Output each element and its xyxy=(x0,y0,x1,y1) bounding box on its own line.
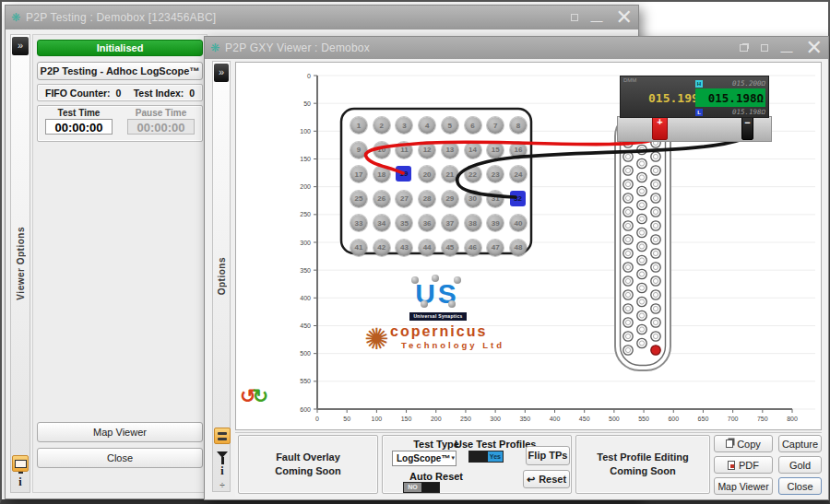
minimize-button[interactable]: — xyxy=(781,44,793,58)
grid-pin-31[interactable]: 31 xyxy=(487,191,504,207)
grid-pin-35[interactable]: 35 xyxy=(396,215,412,231)
close-panel-button[interactable]: Close xyxy=(37,448,203,468)
grid-pin-18[interactable]: 18 xyxy=(374,166,390,182)
grid-pin-16[interactable]: 16 xyxy=(510,142,527,158)
grid-pin-12[interactable]: 12 xyxy=(419,142,435,158)
info-button[interactable]: i xyxy=(12,474,29,490)
gold-button[interactable]: Gold xyxy=(778,456,822,474)
grid-pin-36[interactable]: 36 xyxy=(419,215,435,231)
profile-editing-line2: Coming Soon xyxy=(610,464,676,478)
bottom-toolbar: Fault Overlay Coming Soon Test Type LogS… xyxy=(235,432,822,497)
test-type-dropdown[interactable]: LogScope™ ▼ xyxy=(392,451,456,466)
use-profiles-label: Use Test Profiles xyxy=(455,438,527,451)
copy-icon xyxy=(726,440,733,448)
fault-overlay-line2: Coming Soon xyxy=(275,464,341,478)
p2p-testing-titlebar[interactable]: ❋ P2P Testing : Demobox [123456ABC] — ✕ xyxy=(6,6,638,29)
grid-pin-14[interactable]: 14 xyxy=(465,142,481,158)
map-viewer-button[interactable]: Map Viewer xyxy=(714,477,773,495)
rotate-view-button[interactable]: ↺↻ xyxy=(240,385,268,407)
grid-pin-3[interactable]: 3 xyxy=(396,117,412,134)
test-index-value: 0 xyxy=(189,88,195,99)
grid-pin-37[interactable]: 37 xyxy=(442,215,458,231)
minimize-button[interactable]: — xyxy=(591,14,603,28)
grid-pin-10[interactable]: 10 xyxy=(374,142,390,158)
auto-reset-toggle[interactable]: NO xyxy=(403,482,440,493)
grid-pin-4[interactable]: 4 xyxy=(419,117,435,134)
pin-icon[interactable] xyxy=(571,14,578,21)
grid-pin-26[interactable]: 26 xyxy=(374,191,390,207)
grid-pin-38[interactable]: 38 xyxy=(465,215,481,231)
use-profiles-toggle[interactable]: Yes xyxy=(468,451,504,463)
test-type-panel: Test Type LogScope™ ▼ Auto Reset NO Use … xyxy=(382,435,572,494)
grid-pin-40[interactable]: 40 xyxy=(510,215,527,231)
rotate-right-icon: ↻ xyxy=(253,385,269,406)
filter-button[interactable] xyxy=(214,446,231,463)
gxy-plot-area[interactable]: 0501001502002503003504004505005506000501… xyxy=(235,62,822,430)
grid-pin-44[interactable]: 44 xyxy=(419,240,435,256)
grid-pin-15[interactable]: 15 xyxy=(487,142,504,158)
logo-dot xyxy=(421,300,428,308)
legend-button[interactable] xyxy=(214,428,231,444)
grid-pin-32[interactable]: 32 xyxy=(510,191,526,206)
reset-button[interactable]: ↩ Reset xyxy=(523,470,570,488)
monitor-icon xyxy=(15,460,27,468)
pin-icon[interactable] xyxy=(761,44,768,52)
grid-pin-6[interactable]: 6 xyxy=(465,117,481,134)
app-icon: ❋ xyxy=(11,11,20,24)
close-window-button[interactable]: ✕ xyxy=(806,40,823,56)
map-viewer-button[interactable]: Map Viewer xyxy=(37,422,203,442)
grid-pin-19[interactable]: 19 xyxy=(396,166,411,182)
splitter-button[interactable]: ÷ xyxy=(214,476,231,493)
window-title: P2P Testing : Demobox [123456ABC] xyxy=(26,11,216,24)
grid-pin-9[interactable]: 9 xyxy=(350,142,367,158)
grid-pin-24[interactable]: 24 xyxy=(510,166,527,182)
grid-pin-42[interactable]: 42 xyxy=(374,240,390,256)
grid-pin-13[interactable]: 13 xyxy=(442,142,458,158)
grid-pin-45[interactable]: 45 xyxy=(442,240,458,256)
profile-editing-line1: Test Profile Editing xyxy=(597,451,688,464)
grid-pin-22[interactable]: 22 xyxy=(465,166,481,182)
grid-pin-39[interactable]: 39 xyxy=(487,215,504,231)
grid-pin-29[interactable]: 29 xyxy=(442,191,458,207)
grid-pin-33[interactable]: 33 xyxy=(350,215,367,231)
use-profiles-state: Yes xyxy=(488,451,503,462)
dmm-low-reading: 015.198Ω xyxy=(703,108,765,116)
close-viewer-button[interactable]: Close xyxy=(778,477,822,495)
grid-pin-7[interactable]: 7 xyxy=(487,117,504,134)
pdf-button[interactable]: PDF xyxy=(714,456,773,474)
gxy-titlebar[interactable]: ❋ P2P GXY Viewer : Demobox — ✕ xyxy=(205,37,828,59)
grid-pin-20[interactable]: 20 xyxy=(419,166,435,182)
capture-button[interactable]: Capture xyxy=(778,435,822,452)
grid-pin-46[interactable]: 46 xyxy=(465,240,481,256)
black-probe-terminal: − xyxy=(741,116,753,140)
copy-button[interactable]: Copy xyxy=(714,435,773,452)
info-icon: i xyxy=(18,475,21,489)
red-probe-terminal: + xyxy=(652,114,668,140)
flip-tps-button[interactable]: Flip TPs xyxy=(526,446,570,465)
grid-pin-8[interactable]: 8 xyxy=(510,117,527,134)
universal-synaptics-label: Universal Synaptics xyxy=(409,312,467,321)
grid-pin-2[interactable]: 2 xyxy=(374,117,390,134)
close-window-button[interactable]: ✕ xyxy=(616,9,633,26)
grid-pin-30[interactable]: 30 xyxy=(465,191,481,207)
grid-pin-1[interactable]: 1 xyxy=(350,117,367,134)
grid-pin-27[interactable]: 27 xyxy=(396,191,412,207)
grid-pin-5[interactable]: 5 xyxy=(442,117,458,134)
test-mode-button[interactable]: P2P Testing - Adhoc LogScope™ xyxy=(37,62,203,80)
grid-pin-28[interactable]: 28 xyxy=(419,191,435,207)
viewer-options-tab[interactable]: Viewer Options xyxy=(11,35,30,492)
grid-pin-47[interactable]: 47 xyxy=(487,240,504,256)
pause-time-label: Pause Time xyxy=(120,108,202,118)
grid-pin-17[interactable]: 17 xyxy=(350,166,367,182)
grid-pin-11[interactable]: 11 xyxy=(396,142,412,158)
screen-view-button[interactable] xyxy=(12,455,29,472)
filter-icon xyxy=(217,451,228,458)
grid-pin-25[interactable]: 25 xyxy=(350,191,367,207)
grid-pin-41[interactable]: 41 xyxy=(350,240,367,256)
grid-pin-43[interactable]: 43 xyxy=(396,240,412,256)
grid-pin-48[interactable]: 48 xyxy=(510,240,527,256)
restore-icon[interactable] xyxy=(740,44,748,52)
grid-pin-34[interactable]: 34 xyxy=(374,215,390,231)
grid-pin-23[interactable]: 23 xyxy=(487,166,504,182)
grid-pin-21[interactable]: 21 xyxy=(442,166,458,182)
